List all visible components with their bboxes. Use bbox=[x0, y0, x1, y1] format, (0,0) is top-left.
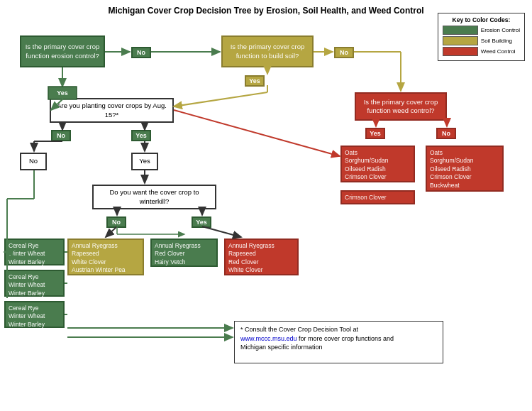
question-soil: Is the primary cover crop function to bu… bbox=[221, 35, 314, 67]
soil-swatch bbox=[443, 36, 478, 45]
svg-line-22 bbox=[202, 226, 241, 237]
key-item-soil: Soil Building bbox=[443, 36, 520, 45]
key-title: Key to Color Codes: bbox=[443, 16, 520, 23]
key-box: Key to Color Codes: Erosion Control Soil… bbox=[438, 13, 525, 61]
label-no1: No bbox=[131, 47, 151, 58]
question-weed: Is the primary cover crop function weed … bbox=[355, 92, 447, 121]
soil-label: Soil Building bbox=[481, 38, 512, 44]
erosion-swatch bbox=[443, 26, 478, 35]
label-no-aug15: No bbox=[51, 130, 71, 141]
weed-swatch bbox=[443, 47, 478, 56]
result-yes: Yes bbox=[131, 153, 158, 170]
erosion-label: Erosion Control bbox=[481, 27, 520, 33]
crop-cereal3: Cereal RyeWinter WheatWinter Barley bbox=[4, 301, 65, 328]
question-winterkill: Do you want the cover crop to winterkill… bbox=[92, 185, 216, 209]
label-yes-soil: Yes bbox=[245, 75, 265, 87]
crop-annual2: Annual RyegrassRed CloverHairy Vetch bbox=[150, 239, 218, 267]
weed-label: Weed Control bbox=[481, 48, 516, 55]
label-yes-weed: Yes bbox=[365, 128, 385, 139]
info-text: * Consult the Cover Crop Decision Tool a… bbox=[240, 326, 394, 351]
svg-text:Yes: Yes bbox=[57, 89, 68, 97]
label-no-soil: No bbox=[334, 47, 354, 58]
crop-cereal2: Cereal RyeWinter WheatWinter Barley bbox=[4, 270, 65, 297]
crop-weed-no1: OatsSorghum/SudanOilseed RadishCrimson C… bbox=[426, 146, 504, 192]
svg-line-21 bbox=[106, 226, 117, 237]
svg-line-9 bbox=[174, 92, 267, 106]
label-no-weed: No bbox=[436, 128, 456, 139]
crop-cereal1: Cereal RyeWinter WheatWinter Barley bbox=[4, 239, 65, 265]
crop-annual3: Annual RyegrassRapeseedRed CloverWhite C… bbox=[224, 239, 299, 275]
crop-weed-yes2: Crimson Clover bbox=[340, 190, 415, 204]
result-no: No bbox=[20, 153, 47, 170]
label-yes-aug15: Yes bbox=[131, 130, 151, 141]
svg-line-29 bbox=[174, 110, 340, 156]
crop-weed-yes1: OatsSorghum/SudanOilseed RadishCrimson C… bbox=[340, 146, 415, 182]
diagram: Michigan Cover Crop Decision Tree by Ero… bbox=[0, 0, 532, 411]
question-erosion: Is the primary cover crop function erosi… bbox=[20, 35, 105, 67]
question-aug15: Are you planting cover crops by Aug. 15?… bbox=[50, 98, 174, 123]
label-no-winterkill: No bbox=[106, 217, 126, 228]
key-item-weed: Weed Control bbox=[443, 47, 520, 56]
info-url[interactable]: www.mccc.msu.edu bbox=[240, 335, 297, 342]
info-box: * Consult the Cover Crop Decision Tool a… bbox=[234, 321, 443, 363]
crop-annual1: Annual RyegrassRapeseedWhite CloverAustr… bbox=[67, 239, 144, 275]
label-yes-winterkill: Yes bbox=[192, 217, 211, 228]
key-item-erosion: Erosion Control bbox=[443, 26, 520, 35]
